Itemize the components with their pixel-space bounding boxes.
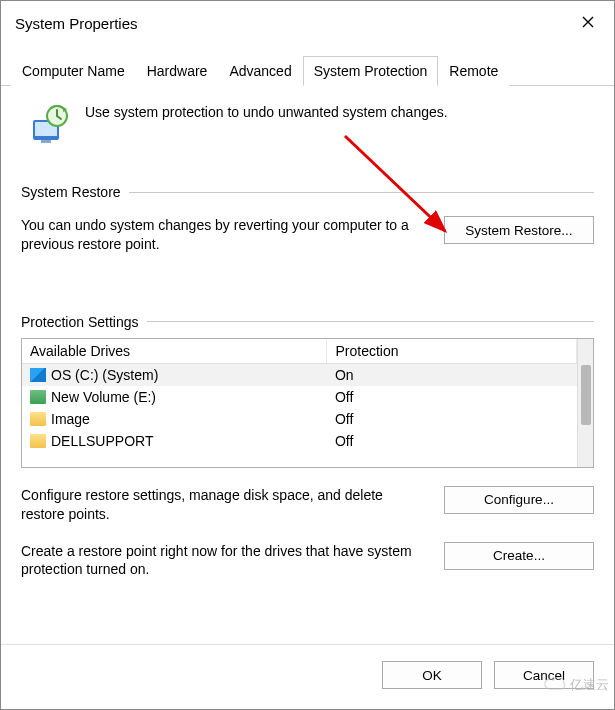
folder-icon (30, 412, 46, 426)
system-protection-icon (27, 102, 71, 146)
tab-strip: Computer Name Hardware Advanced System P… (1, 55, 614, 86)
drive-name: DELLSUPPORT (51, 433, 153, 449)
drives-table: Available Drives Protection OS (C:) (Sys… (21, 338, 594, 468)
drive-status: Off (327, 430, 577, 452)
scrollbar-thumb[interactable] (581, 365, 591, 425)
create-row: Create a restore point right now for the… (21, 542, 594, 580)
window-title: System Properties (15, 15, 138, 32)
intro-text: Use system protection to undo unwanted s… (85, 102, 448, 120)
group-label-restore: System Restore (21, 184, 121, 200)
create-button[interactable]: Create... (444, 542, 594, 570)
restore-row: You can undo system changes by reverting… (21, 208, 594, 264)
drives-scroll[interactable]: Available Drives Protection OS (C:) (Sys… (22, 339, 577, 467)
restore-description: You can undo system changes by reverting… (21, 216, 424, 254)
watermark: 亿速云 (544, 676, 609, 694)
system-properties-window: System Properties Computer Name Hardware… (0, 0, 615, 710)
drive-name: New Volume (E:) (51, 389, 156, 405)
group-system-restore: System Restore (21, 184, 594, 200)
dialog-footer: OK Cancel (1, 644, 614, 709)
watermark-text: 亿速云 (570, 676, 609, 694)
table-row[interactable]: New Volume (E:) Off (22, 386, 577, 408)
table-row[interactable]: Image Off (22, 408, 577, 430)
folder-icon (30, 434, 46, 448)
system-restore-button[interactable]: System Restore... (444, 216, 594, 244)
tab-system-protection[interactable]: System Protection (303, 56, 439, 86)
tab-hardware[interactable]: Hardware (136, 56, 219, 86)
drive-name: Image (51, 411, 90, 427)
divider (129, 192, 594, 193)
col-available-drives[interactable]: Available Drives (22, 339, 327, 364)
titlebar: System Properties (1, 1, 614, 41)
close-button[interactable] (574, 13, 602, 34)
table-row[interactable]: DELLSUPPORT Off (22, 430, 577, 452)
intro-row: Use system protection to undo unwanted s… (21, 96, 594, 164)
ok-button[interactable]: OK (382, 661, 482, 689)
drive-name: OS (C:) (System) (51, 367, 158, 383)
tab-content: Use system protection to undo unwanted s… (1, 86, 614, 624)
svg-rect-2 (41, 140, 51, 143)
group-protection-settings: Protection Settings (21, 314, 594, 330)
group-label-protection: Protection Settings (21, 314, 139, 330)
tab-computer-name[interactable]: Computer Name (11, 56, 136, 86)
drive-status: On (327, 363, 577, 386)
table-row[interactable]: OS (C:) (System) On (22, 363, 577, 386)
tab-remote[interactable]: Remote (438, 56, 509, 86)
configure-description: Configure restore settings, manage disk … (21, 486, 426, 524)
tab-advanced[interactable]: Advanced (218, 56, 302, 86)
divider (147, 321, 594, 322)
drive-status: Off (327, 386, 577, 408)
create-description: Create a restore point right now for the… (21, 542, 426, 580)
col-protection[interactable]: Protection (327, 339, 577, 364)
windows-drive-icon (30, 368, 46, 382)
configure-row: Configure restore settings, manage disk … (21, 486, 594, 524)
scrollbar[interactable] (577, 339, 593, 467)
drive-status: Off (327, 408, 577, 430)
configure-button[interactable]: Configure... (444, 486, 594, 514)
volume-drive-icon (30, 390, 46, 404)
